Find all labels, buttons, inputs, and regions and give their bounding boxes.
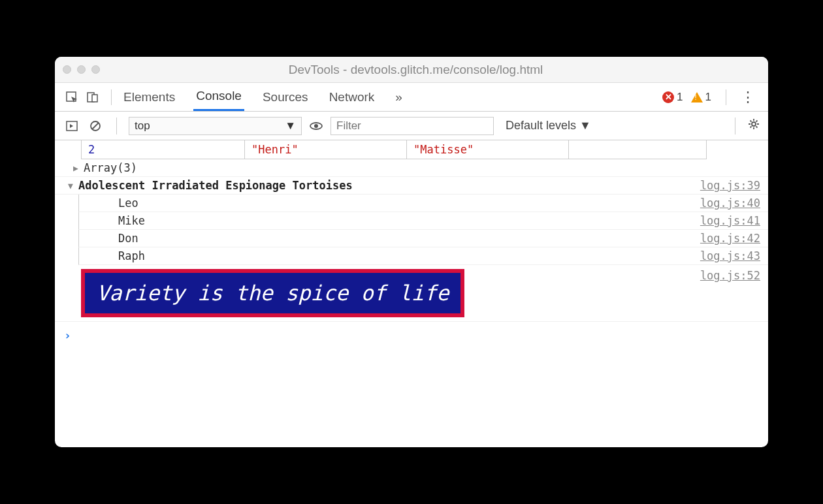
error-icon: ✕ [662,91,674,103]
console-output: 2 "Henri" "Matisse" ▶ Array(3) ▼ Adolesc… [55,140,768,447]
settings-icon[interactable] [747,118,760,134]
styled-message: Variety is the spice of life [81,269,464,317]
cell-index: 2 [82,140,245,159]
svg-point-7 [314,124,318,128]
cell-empty [569,140,706,159]
source-link[interactable]: log.js:40 [700,197,760,210]
close-button[interactable] [63,65,71,74]
more-menu-icon[interactable]: ⋮ [735,89,760,106]
group-item-text: Raph [118,249,700,262]
source-link[interactable]: log.js:39 [700,179,760,192]
svg-line-5 [92,123,99,129]
collapse-icon[interactable]: ▼ [68,181,77,191]
source-link[interactable]: log.js:52 [700,269,760,282]
group-title: Adolescent Irradiated Espionage Tortoise… [78,179,700,192]
source-link[interactable]: log.js:42 [700,232,760,245]
devtools-window: DevTools - devtools.glitch.me/console/lo… [55,57,768,447]
device-toggle-icon[interactable] [84,88,102,106]
group-item: Raph log.js:43 [78,247,768,265]
group-item: Leo log.js:40 [78,195,768,212]
table-row-wrap: 2 "Henri" "Matisse" [55,140,768,159]
separator [116,118,117,134]
context-value: top [135,119,150,133]
zoom-button[interactable] [91,65,100,74]
console-prompt[interactable]: › [55,322,768,349]
titlebar: DevTools - devtools.glitch.me/console/lo… [55,57,768,83]
console-table-row[interactable]: 2 "Henri" "Matisse" [81,140,707,159]
minimize-button[interactable] [77,65,86,74]
group-item: Mike log.js:41 [78,212,768,230]
error-count: 1 [677,91,683,104]
group-item-text: Don [118,232,700,245]
array-row[interactable]: ▶ Array(3) [55,159,768,177]
separator [726,89,726,105]
log-levels-select[interactable]: Default levels ▼ [506,119,591,133]
tab-console[interactable]: Console [193,83,244,111]
expand-icon[interactable]: ▶ [73,163,82,173]
traffic-lights [63,65,100,74]
array-text: Array(3) [84,161,760,174]
cell-last: "Matisse" [407,140,569,159]
context-select[interactable]: top ▼ [129,117,302,135]
error-badge[interactable]: ✕ 1 [662,91,683,104]
separator [735,118,735,134]
window-title: DevTools - devtools.glitch.me/console/lo… [110,63,721,77]
warning-icon [691,92,703,102]
tab-network[interactable]: Network [327,83,378,111]
tab-sources[interactable]: Sources [260,83,311,111]
styled-log-row: Variety is the spice of life log.js:52 [55,265,768,322]
filter-bar: top ▼ Default levels ▼ [55,112,768,140]
group-item-text: Mike [118,214,700,227]
source-link[interactable]: log.js:41 [700,214,760,227]
warning-count: 1 [705,91,711,104]
warning-badge[interactable]: 1 [691,91,711,104]
tabs-bar: Elements Console Sources Network » ✕ 1 1… [55,83,768,112]
source-link[interactable]: log.js:43 [700,249,760,262]
svg-point-8 [752,122,756,126]
filter-input[interactable] [331,117,494,135]
clear-console-icon[interactable] [86,117,105,135]
chevron-down-icon: ▼ [285,119,296,133]
cell-first: "Henri" [245,140,407,159]
toggle-sidebar-icon[interactable] [63,117,81,135]
group-item: Don log.js:42 [78,230,768,247]
tab-overflow[interactable]: » [393,83,405,111]
group-item-text: Leo [118,197,700,210]
tab-elements[interactable]: Elements [121,83,178,111]
inspect-icon[interactable] [63,88,81,106]
separator [111,89,112,105]
live-expression-icon[interactable] [307,117,325,135]
svg-rect-2 [92,95,97,102]
tab-list: Elements Console Sources Network » [121,83,405,111]
group-header-row[interactable]: ▼ Adolescent Irradiated Espionage Tortoi… [55,177,768,195]
